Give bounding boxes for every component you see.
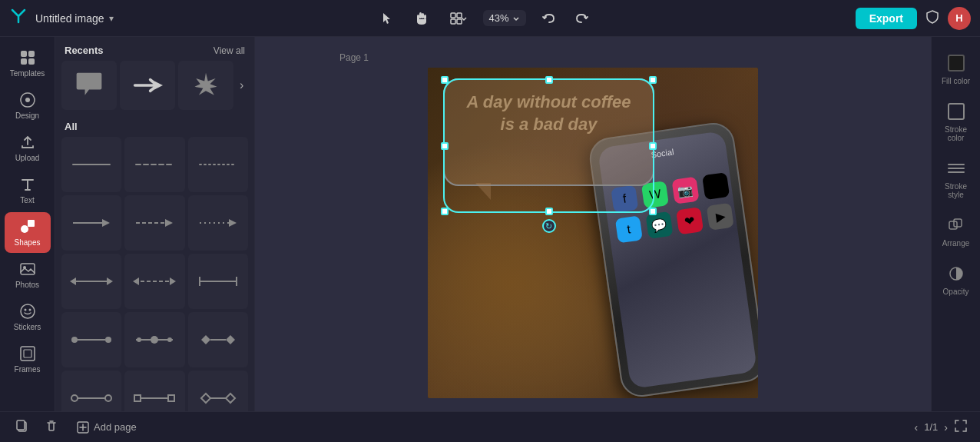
stroke-style-icon <box>945 158 967 179</box>
recent-shape-starburst[interactable] <box>178 61 233 110</box>
design-icon <box>19 91 36 108</box>
shape-line-dashed[interactable] <box>124 137 184 192</box>
svg-point-48 <box>137 337 141 342</box>
shape-arrow-right-2[interactable] <box>124 195 184 251</box>
recents-row: › <box>55 61 254 116</box>
file-name-area[interactable]: Untitled image ▾ <box>35 12 114 25</box>
photos-label: Photos <box>15 281 39 289</box>
recent-shape-bubble[interactable] <box>61 61 117 110</box>
svg-point-18 <box>21 304 35 318</box>
text-icon <box>19 176 36 193</box>
bottom-right: ‹ 1/1 › <box>915 419 968 436</box>
sidebar-item-design[interactable]: Design <box>5 85 51 126</box>
main-area: Templates Design Upload Text <box>0 37 980 411</box>
svg-rect-2 <box>424 15 426 19</box>
next-page-btn[interactable]: › <box>944 421 948 434</box>
shape-circle-open-line[interactable] <box>61 371 121 411</box>
svg-point-13 <box>21 225 28 233</box>
add-page-btn[interactable]: Add page <box>71 418 143 437</box>
svg-marker-50 <box>201 335 210 344</box>
shape-double-arrow-dashed[interactable] <box>124 254 184 309</box>
svg-marker-33 <box>229 219 237 227</box>
app-tiktok: ♪ <box>702 172 730 200</box>
canvas-wrapper: ··· Social f W 📷 ♪ t <box>428 68 758 398</box>
arrange-item[interactable]: Arrange <box>935 208 978 254</box>
shape-barred-line[interactable] <box>188 254 248 309</box>
sidebar-item-upload[interactable]: Upload <box>5 128 51 168</box>
svg-rect-68 <box>17 420 25 430</box>
bottom-left: Add page <box>12 416 143 439</box>
shield-icon[interactable] <box>925 9 940 28</box>
shape-diamond-open-line[interactable] <box>188 371 248 411</box>
svg-rect-65 <box>954 219 962 227</box>
delete-page-btn[interactable] <box>41 416 61 439</box>
svg-rect-56 <box>134 395 141 401</box>
undo-btn[interactable] <box>537 8 560 28</box>
fill-color-icon <box>945 52 967 74</box>
hand-tool[interactable] <box>409 8 434 29</box>
shape-double-arrow[interactable] <box>61 254 121 309</box>
logo-icon <box>9 7 28 29</box>
zoom-value: 43% <box>489 12 509 24</box>
avatar[interactable]: H <box>948 7 971 30</box>
app-other: ▶ <box>707 203 734 231</box>
fill-color-item[interactable]: Fill color <box>935 46 978 91</box>
redo-btn[interactable] <box>571 8 594 28</box>
shapes-grid <box>55 137 254 411</box>
sidebar-item-shapes[interactable]: Shapes <box>5 212 51 253</box>
stroke-color-item[interactable]: Stroke color <box>935 95 978 148</box>
expand-btn[interactable] <box>954 419 968 436</box>
svg-rect-4 <box>451 13 455 18</box>
app-twitter: t <box>615 215 643 243</box>
zoom-control[interactable]: 43% <box>483 10 526 26</box>
sidebar-item-stickers[interactable]: Stickers <box>5 297 51 337</box>
shape-circle-line-mid[interactable] <box>124 312 184 367</box>
sidebar-item-frames[interactable]: Frames <box>5 339 51 380</box>
fill-swatch <box>948 55 965 71</box>
recents-header: Recents View all <box>55 37 254 61</box>
shape-arrow-right[interactable] <box>61 195 121 251</box>
grid-tool[interactable] <box>445 8 472 28</box>
stroke-style-item[interactable]: Stroke style <box>935 151 978 205</box>
shape-line-dotted[interactable] <box>188 137 248 192</box>
right-panel: Fill color Stroke color Stroke style <box>931 37 980 411</box>
svg-point-12 <box>25 98 30 102</box>
stroke-color-icon <box>945 101 967 122</box>
upload-icon <box>19 134 36 151</box>
shape-circle-line[interactable] <box>61 312 121 367</box>
shape-diamond-line[interactable] <box>188 312 248 367</box>
frames-label: Frames <box>15 365 41 374</box>
opacity-item[interactable]: Opacity <box>935 257 978 302</box>
prev-page-btn[interactable]: ‹ <box>915 421 919 434</box>
export-button[interactable]: Export <box>856 8 917 29</box>
shape-arrow-right-dotted[interactable] <box>188 195 248 251</box>
arrange-label: Arrange <box>942 239 970 248</box>
opacity-label: Opacity <box>943 287 969 296</box>
shapes-icon <box>19 218 36 235</box>
all-header: All <box>55 116 254 137</box>
svg-point-49 <box>167 337 172 342</box>
svg-point-55 <box>105 395 111 401</box>
shape-square-line[interactable] <box>124 371 184 411</box>
sidebar-item-templates[interactable]: Templates <box>5 43 51 84</box>
svg-rect-22 <box>24 350 31 357</box>
stickers-label: Stickers <box>14 323 41 331</box>
recent-shape-arrow[interactable] <box>120 61 175 110</box>
view-all-link[interactable]: View all <box>214 45 245 56</box>
canvas-image: Social f W 📷 ♪ t 💬 ❤ ▶ <box>428 68 758 398</box>
svg-rect-0 <box>419 12 422 18</box>
svg-rect-1 <box>422 13 424 18</box>
shape-line-solid[interactable] <box>61 137 121 192</box>
bottom-bar: Add page ‹ 1/1 › <box>0 411 980 442</box>
sidebar-item-photos[interactable]: Photos <box>5 254 51 295</box>
chevron-down-icon: ▾ <box>109 13 114 24</box>
cursor-tool[interactable] <box>376 8 399 28</box>
svg-point-43 <box>71 337 78 343</box>
file-name: Untitled image <box>35 12 104 25</box>
topbar-right: Export H <box>856 7 971 30</box>
svg-point-53 <box>71 395 78 401</box>
stickers-icon <box>19 303 36 320</box>
copy-page-btn[interactable] <box>12 416 32 439</box>
sidebar-item-text[interactable]: Text <box>5 170 51 211</box>
recents-next-btn[interactable]: › <box>237 75 247 95</box>
